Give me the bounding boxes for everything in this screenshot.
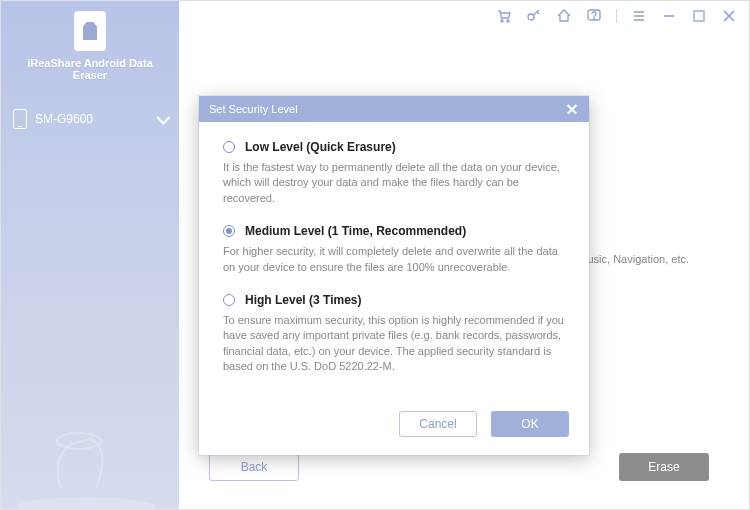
- svg-point-6: [594, 18, 595, 19]
- security-level-dialog: Set Security Level Low Level (Quick Eras…: [199, 96, 589, 455]
- radio-icon: [223, 225, 235, 237]
- minimize-icon[interactable]: [661, 8, 677, 24]
- option-high-level[interactable]: High Level (3 Times) To ensure maximum s…: [223, 293, 569, 375]
- svg-point-3: [507, 20, 509, 22]
- option-label: High Level (3 Times): [245, 293, 361, 307]
- sidebar-decoration: [1, 389, 179, 509]
- dialog-body: Low Level (Quick Erasure) It is the fast…: [199, 122, 589, 407]
- logo-area: iReaShare Android Data Eraser: [1, 1, 179, 89]
- back-button[interactable]: Back: [209, 453, 299, 481]
- option-label: Low Level (Quick Erasure): [245, 140, 396, 154]
- brand-title: iReaShare Android Data Eraser: [9, 57, 171, 81]
- menu-icon[interactable]: [631, 8, 647, 24]
- svg-point-0: [16, 497, 156, 509]
- window-controls: [179, 1, 749, 31]
- svg-rect-7: [694, 11, 704, 21]
- dialog-close-icon[interactable]: [565, 102, 579, 116]
- device-selector[interactable]: SM-G9600: [1, 99, 179, 139]
- bottom-bar: Back Erase: [209, 453, 709, 481]
- separator: [616, 9, 617, 23]
- cancel-button[interactable]: Cancel: [399, 411, 477, 437]
- maximize-icon[interactable]: [691, 8, 707, 24]
- option-low-level[interactable]: Low Level (Quick Erasure) It is the fast…: [223, 140, 569, 206]
- option-description: It is the fastest way to permanently del…: [223, 160, 569, 206]
- app-logo-icon: [74, 11, 106, 51]
- chevron-down-icon: [156, 111, 170, 125]
- device-name: SM-G9600: [35, 112, 93, 126]
- help-icon[interactable]: [586, 8, 602, 24]
- home-icon[interactable]: [556, 8, 572, 24]
- option-description: For higher security, it will completely …: [223, 244, 569, 275]
- radio-icon: [223, 141, 235, 153]
- dialog-footer: Cancel OK: [199, 407, 589, 455]
- option-label: Medium Level (1 Time, Recommended): [245, 224, 466, 238]
- phone-icon: [13, 109, 27, 129]
- dialog-title: Set Security Level: [209, 103, 298, 115]
- option-medium-level[interactable]: Medium Level (1 Time, Recommended) For h…: [223, 224, 569, 275]
- close-icon[interactable]: [721, 8, 737, 24]
- key-icon[interactable]: [526, 8, 542, 24]
- sidebar: iReaShare Android Data Eraser SM-G9600: [1, 1, 179, 509]
- svg-point-2: [501, 20, 503, 22]
- option-description: To ensure maximum security, this option …: [223, 313, 569, 375]
- ok-button[interactable]: OK: [491, 411, 569, 437]
- radio-icon: [223, 294, 235, 306]
- erase-button[interactable]: Erase: [619, 453, 709, 481]
- dialog-header: Set Security Level: [199, 96, 589, 122]
- svg-point-4: [528, 14, 534, 20]
- cart-icon[interactable]: [496, 8, 512, 24]
